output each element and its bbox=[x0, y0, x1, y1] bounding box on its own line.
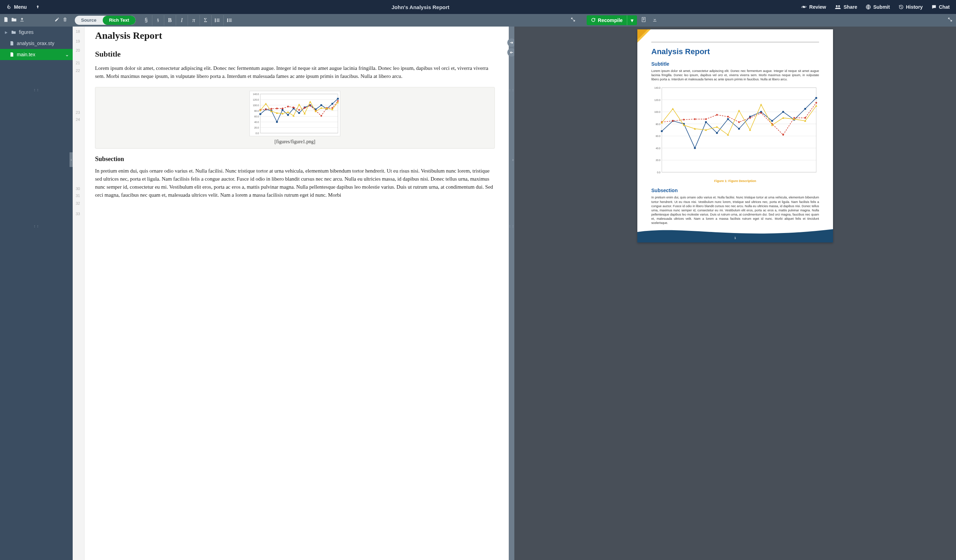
up-button[interactable] bbox=[32, 2, 44, 11]
svg-rect-70 bbox=[771, 120, 773, 122]
collapse-sidebar-button[interactable]: ‹ bbox=[69, 152, 73, 167]
svg-rect-42 bbox=[337, 98, 339, 99]
pdf-subsection: Subsection bbox=[651, 187, 819, 193]
new-folder-icon[interactable] bbox=[11, 17, 17, 24]
svg-text:100.0: 100.0 bbox=[253, 104, 259, 107]
history-button[interactable]: History bbox=[895, 2, 926, 12]
menu-button[interactable]: Menu bbox=[3, 2, 30, 12]
submit-button[interactable]: Submit bbox=[862, 2, 893, 12]
pdf-chart: 0.020.040.060.080.0100.0120.0140.0 bbox=[651, 85, 819, 176]
svg-rect-63 bbox=[694, 148, 696, 149]
chart-thumbnail: 0.020.040.060.080.0100.0120.0140.0 bbox=[250, 91, 341, 137]
mode-source[interactable]: Source bbox=[75, 16, 103, 25]
folder-icon bbox=[11, 30, 16, 34]
drag-handle-icon[interactable]: ⋮⋮ bbox=[33, 226, 39, 227]
subsection-button[interactable]: § bbox=[153, 15, 164, 25]
svg-text:0.0: 0.0 bbox=[255, 132, 259, 134]
svg-rect-59 bbox=[662, 88, 816, 172]
svg-rect-64 bbox=[705, 121, 707, 123]
pdf-para1: Lorem ipsum dolor sit amet, consectetur … bbox=[651, 69, 819, 82]
toolbar: Source Rich Text § § B I π Σ 123 Recompi… bbox=[0, 14, 956, 27]
upload-icon[interactable] bbox=[20, 17, 24, 24]
editor-pane: 1819202122232430313233 Analysis Report S… bbox=[73, 27, 509, 560]
numbered-list-button[interactable]: 123 bbox=[212, 15, 223, 25]
chevron-down-icon[interactable]: ⌄ bbox=[65, 52, 69, 57]
editor-mode-toggle[interactable]: Source Rich Text bbox=[75, 16, 135, 25]
pdf-page: Analysis Report Subtitle Lorem ipsum dol… bbox=[637, 29, 833, 242]
logs-icon[interactable] bbox=[639, 17, 648, 24]
svg-rect-41 bbox=[332, 103, 333, 104]
file-main-tex[interactable]: main.tex ⌄ bbox=[0, 49, 73, 60]
svg-rect-67 bbox=[738, 128, 740, 130]
drag-handle-icon: ⋮⋮ bbox=[508, 226, 515, 227]
recompile-dropdown[interactable]: ▾ bbox=[627, 16, 637, 25]
svg-text:0.0: 0.0 bbox=[657, 171, 660, 174]
svg-text:140.0: 140.0 bbox=[654, 87, 660, 89]
mode-rich-text[interactable]: Rich Text bbox=[103, 16, 135, 25]
chat-icon bbox=[931, 4, 937, 10]
svg-text:3: 3 bbox=[215, 21, 215, 22]
section-button[interactable]: § bbox=[140, 15, 153, 25]
sigma-button[interactable]: Σ bbox=[200, 15, 212, 25]
review-button[interactable]: Ab Review bbox=[797, 2, 830, 12]
svg-rect-65 bbox=[716, 132, 718, 134]
file-icon bbox=[10, 41, 14, 46]
download-icon[interactable] bbox=[650, 17, 659, 24]
figure-path: [figures/figure1.png] bbox=[100, 139, 489, 145]
menu-label: Menu bbox=[14, 4, 27, 10]
line-gutter: 1819202122232430313233 bbox=[73, 27, 85, 560]
svg-text:20.0: 20.0 bbox=[656, 159, 660, 162]
preview-expand-button[interactable] bbox=[944, 17, 956, 24]
page-corner-decoration bbox=[637, 29, 651, 42]
svg-text:80.0: 80.0 bbox=[656, 123, 660, 126]
svg-text:40.0: 40.0 bbox=[254, 121, 259, 123]
svg-text:60.0: 60.0 bbox=[254, 115, 259, 118]
refresh-icon bbox=[591, 17, 596, 24]
svg-text:Ab: Ab bbox=[803, 6, 805, 8]
page-number: 1 bbox=[637, 236, 833, 240]
editor-content[interactable]: Analysis Report Subtitle Lorem ipsum dol… bbox=[85, 27, 509, 560]
rename-icon[interactable] bbox=[55, 17, 60, 24]
svg-point-9 bbox=[227, 21, 228, 22]
pdf-para2: In pretium enim dui, quis ornare odio va… bbox=[651, 195, 819, 225]
delete-icon[interactable] bbox=[63, 17, 67, 24]
svg-rect-71 bbox=[782, 111, 784, 113]
pdf-subtitle: Subtitle bbox=[651, 61, 819, 67]
italic-button[interactable]: I bbox=[176, 15, 188, 25]
review-icon: Ab bbox=[801, 4, 807, 10]
svg-rect-39 bbox=[321, 104, 322, 106]
share-button[interactable]: Share bbox=[831, 2, 861, 12]
folder-figures[interactable]: ▶ figures bbox=[0, 27, 73, 38]
globe-icon bbox=[865, 4, 871, 10]
drag-handle-icon: ⋮⋮ bbox=[508, 90, 515, 90]
svg-rect-33 bbox=[287, 114, 289, 116]
svg-rect-35 bbox=[299, 112, 300, 113]
pane-divider[interactable]: ➜ ➜ ⋮⋮ › ⋮⋮ bbox=[509, 27, 514, 560]
svg-text:120.0: 120.0 bbox=[253, 99, 259, 101]
people-icon bbox=[834, 4, 841, 10]
svg-text:120.0: 120.0 bbox=[654, 99, 660, 101]
pi-button[interactable]: π bbox=[188, 15, 200, 25]
svg-point-2 bbox=[838, 5, 840, 7]
svg-rect-28 bbox=[259, 113, 261, 115]
bullet-list-button[interactable] bbox=[223, 15, 236, 25]
drag-handle-icon[interactable]: ⋮⋮ bbox=[33, 90, 39, 90]
header-rule bbox=[651, 42, 819, 42]
new-file-icon[interactable] bbox=[3, 17, 8, 24]
editor-expand-button[interactable] bbox=[567, 17, 579, 24]
bold-button[interactable]: B bbox=[164, 15, 176, 25]
file-sty[interactable]: analysis_orax.sty bbox=[0, 38, 73, 49]
svg-rect-73 bbox=[804, 108, 806, 110]
doc-subtitle: Subtitle bbox=[95, 50, 495, 59]
top-bar: Menu John's Analysis Report Ab Review Sh… bbox=[0, 0, 956, 14]
svg-text:100.0: 100.0 bbox=[654, 111, 660, 113]
svg-point-7 bbox=[227, 19, 228, 19]
recompile-button[interactable]: Recompile ▾ bbox=[586, 16, 637, 25]
history-icon bbox=[898, 4, 904, 10]
figure-thumbnail: 0.020.040.060.080.0100.0120.0140.0 bbox=[250, 91, 340, 136]
pdf-preview[interactable]: Analysis Report Subtitle Lorem ipsum dol… bbox=[514, 27, 956, 560]
pdf-figure-caption: Figure 1: Figure Description bbox=[651, 179, 819, 183]
svg-text:60.0: 60.0 bbox=[656, 135, 660, 138]
chat-button[interactable]: Chat bbox=[928, 2, 953, 12]
doc-para2: In pretium enim dui, quis ornare odio va… bbox=[95, 167, 495, 200]
